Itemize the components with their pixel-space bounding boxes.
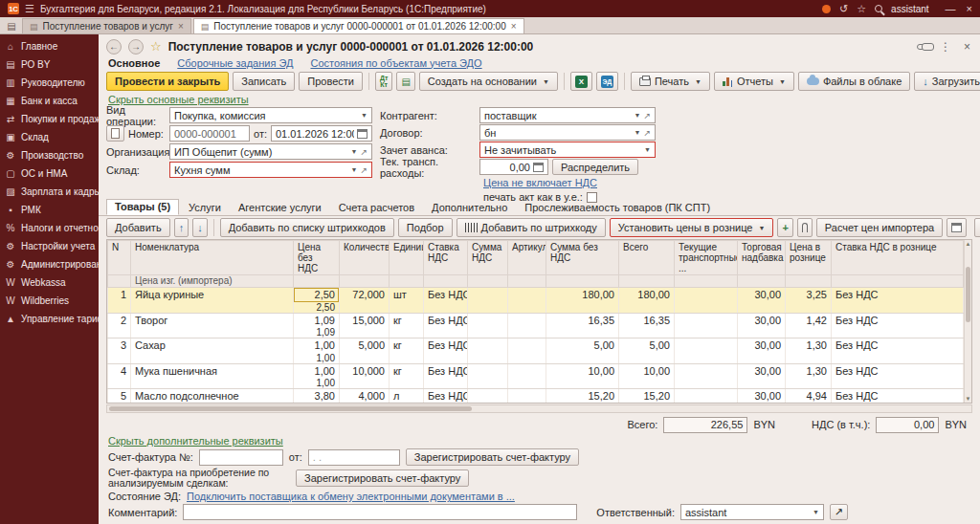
cell-sum[interactable]: 16,35 <box>546 313 619 327</box>
sidebar-item[interactable]: ⚙Администрирование <box>0 255 99 273</box>
table-vertical-scrollbar[interactable]: ▲ ▼ <box>964 240 971 403</box>
cell-markup[interactable]: 30,00 <box>738 363 786 378</box>
date-field[interactable]: 01.01.2026 12:00:00 <box>271 125 372 142</box>
cell-markup[interactable]: 30,00 <box>738 338 786 353</box>
cell-article[interactable] <box>508 288 546 302</box>
column-header-qty[interactable]: Количество <box>340 241 390 275</box>
cell-price[interactable]: 3,80 <box>294 389 340 404</box>
cell-total[interactable]: 10,00 <box>619 363 675 378</box>
cell-markup[interactable]: 30,00 <box>738 313 786 327</box>
move-down-button[interactable]: ↓ <box>192 218 208 237</box>
add-by-barcode-button[interactable]: Добавить по штрихкоду <box>457 218 606 237</box>
cell-vat[interactable]: Без НДС <box>424 363 468 378</box>
notifications-icon[interactable] <box>822 5 831 13</box>
open-responsible-button[interactable]: ↗ <box>830 504 848 520</box>
column-header-vat[interactable]: Ставка НДС <box>424 241 468 275</box>
add-row-button[interactable]: Добавить <box>106 218 170 237</box>
scrollbar-thumb[interactable] <box>109 406 472 411</box>
cell-markup[interactable]: 30,00 <box>738 288 786 302</box>
sidebar-item[interactable]: ⇄Покупки и продажи <box>0 110 99 128</box>
sidebar-item[interactable]: ▣Склад <box>0 128 99 146</box>
table-horizontal-scrollbar[interactable] <box>106 404 972 413</box>
close-document-icon[interactable]: × <box>964 40 970 54</box>
table-row-sub[interactable]: 1,09 <box>108 327 964 338</box>
cell-vat[interactable]: Без НДС <box>424 389 468 404</box>
scrollbar-thumb[interactable] <box>966 267 970 322</box>
cell-article[interactable] <box>508 363 546 378</box>
nav-link-assembly-tasks[interactable]: Сборочные задания ЭД <box>177 57 293 69</box>
main-menu-icon[interactable]: ☰ <box>25 4 34 14</box>
comment-input[interactable] <box>183 504 577 520</box>
items-tab[interactable]: Услуги <box>181 201 229 215</box>
tab-list-icon[interactable]: ▤ <box>3 19 20 33</box>
attachments-button[interactable] <box>797 218 813 237</box>
structure-button[interactable]: ▤ <box>396 72 414 91</box>
cell-unit[interactable]: л <box>390 389 424 404</box>
load-from-file-button[interactable]: ↓Загрузить (перезаполнить) из файла <box>914 72 980 91</box>
window-tab[interactable]: ▤Поступление товаров и услуг 0000-000001… <box>193 18 524 33</box>
open-icon[interactable]: ↗ <box>643 111 651 120</box>
cell-transp[interactable] <box>675 313 738 327</box>
cell-markup[interactable]: 30,00 <box>738 389 786 404</box>
table-row-sub[interactable]: 1,00 <box>108 378 964 389</box>
sidebar-item[interactable]: ▦Банк и касса <box>0 92 99 110</box>
get-link-icon[interactable] <box>917 44 927 50</box>
cell-name[interactable]: Яйца куриные <box>131 288 294 302</box>
cell-retail_vat[interactable]: Без НДС <box>832 389 964 404</box>
sidebar-item[interactable]: ⚙Настройки учета <box>0 237 99 255</box>
operation-type-select[interactable]: Покупка, комиссия▼ <box>169 107 372 123</box>
print-act-checkbox[interactable] <box>587 192 597 203</box>
sidebar-item[interactable]: ▢ОС и НМА <box>0 164 99 183</box>
forward-icon[interactable]: → <box>128 39 144 55</box>
hide-additional-requisites-link[interactable]: Скрыть дополнительные реквизиты <box>108 435 283 447</box>
calendar-icon[interactable] <box>357 129 368 139</box>
cell-article[interactable] <box>508 338 546 353</box>
column-header-markup[interactable]: Торговая надбавка <box>738 241 786 275</box>
cell-total[interactable]: 16,35 <box>619 313 675 327</box>
close-window-icon[interactable]: × <box>967 3 972 14</box>
distribute-button[interactable]: Распределить <box>552 159 638 175</box>
back-icon[interactable]: ← <box>106 39 122 55</box>
show-postings-button[interactable]: ДтКт <box>375 72 392 91</box>
tab-close-icon[interactable]: × <box>511 21 517 32</box>
cell-vat_sum[interactable] <box>468 288 508 302</box>
cell-retail_vat[interactable]: Без НДС <box>832 338 964 353</box>
column-header-n[interactable]: N <box>108 241 131 275</box>
favorites-star-icon[interactable]: ☆ <box>857 4 866 14</box>
cell-qty[interactable]: 10,000 <box>340 363 390 378</box>
cell-sum[interactable]: 15,20 <box>546 389 619 404</box>
cell-vat[interactable]: Без НДС <box>424 338 468 353</box>
table-row-sub[interactable]: 2,50 <box>108 302 964 314</box>
cell-unit[interactable]: шт <box>390 288 424 302</box>
tab-close-icon[interactable]: × <box>178 21 184 32</box>
cell-vat_sum[interactable] <box>468 363 508 378</box>
cell-sum[interactable]: 180,00 <box>546 288 619 302</box>
cell-name[interactable]: Мука пшеничная <box>131 363 294 378</box>
cell-vat_sum[interactable] <box>468 389 508 404</box>
cell-price[interactable]: 2,50 <box>294 288 340 302</box>
add-extra-button[interactable]: + <box>777 218 792 237</box>
open-icon[interactable]: ↗ <box>360 165 368 175</box>
contract-select[interactable]: бн▼↗ <box>479 124 656 141</box>
cell-vat_sum[interactable] <box>468 338 508 353</box>
column-header-price[interactable]: Цена без НДС <box>294 241 340 275</box>
sidebar-item[interactable]: ⚙Производство <box>0 146 99 164</box>
cell-retail_vat[interactable]: Без НДС <box>832 288 964 302</box>
cell-retail[interactable]: 1,30 <box>786 363 832 378</box>
cell-name[interactable]: Творог <box>131 313 294 327</box>
table-row[interactable]: 4Мука пшеничная1,0010,000кгБез НДС10,001… <box>108 363 964 378</box>
nav-link-main[interactable]: Основное <box>108 57 160 69</box>
cell-transp[interactable] <box>675 338 738 353</box>
sidebar-item[interactable]: WWildberries <box>0 292 99 310</box>
table-row[interactable]: 3Сахар1,005,000кгБез НДС5,005,0030,001,3… <box>108 338 964 353</box>
items-tab[interactable]: Товары (5) <box>106 199 179 215</box>
cell-vat[interactable]: Без НДС <box>424 313 468 327</box>
responsible-select[interactable]: assistant▼ <box>680 504 824 520</box>
cell-transp[interactable] <box>675 363 738 378</box>
cell-qty[interactable]: 4,000 <box>340 389 390 404</box>
sidebar-item[interactable]: WWebkassa <box>0 273 99 292</box>
nav-link-ed-states[interactable]: Состояния по объектам учета ЭДО <box>310 57 481 69</box>
cell-n[interactable]: 5 <box>108 389 131 404</box>
register-purchase-invoice-button[interactable]: Зарегистрировать счет-фактуру <box>296 469 469 487</box>
column-header-sum[interactable]: Сумма без НДС <box>546 241 619 275</box>
